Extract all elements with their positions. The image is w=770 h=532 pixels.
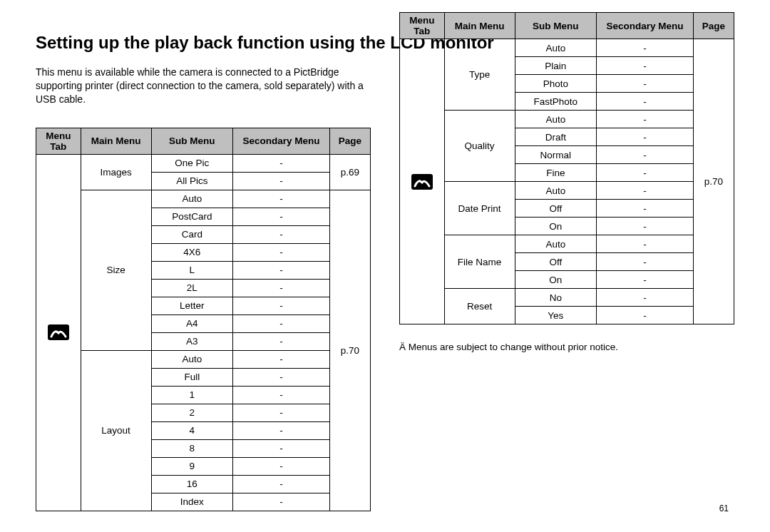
th-page: Page bbox=[693, 13, 734, 39]
cell-sec: - bbox=[597, 146, 693, 164]
cell-sec: - bbox=[233, 225, 329, 243]
cell-sec: - bbox=[597, 57, 693, 75]
cell-sub: Draft bbox=[515, 128, 597, 146]
cell-sub: 9 bbox=[151, 457, 233, 475]
pictbridge-icon bbox=[411, 174, 433, 190]
cell-main: File Name bbox=[444, 235, 515, 289]
cell-sec: - bbox=[233, 208, 329, 225]
cell-sub: Letter bbox=[151, 297, 233, 314]
cell-sec: - bbox=[597, 39, 693, 57]
cell-sec: - bbox=[597, 128, 693, 146]
cell-sub: 8 bbox=[151, 439, 233, 457]
cell-sec: - bbox=[233, 350, 329, 368]
cell-sub: 16 bbox=[151, 475, 233, 493]
cell-sec: - bbox=[233, 154, 329, 172]
th-main-menu: Main Menu bbox=[81, 128, 151, 154]
right-column: Menu Tab Main Menu Sub Menu Secondary Me… bbox=[399, 12, 734, 352]
th-menu-tab: Menu Tab bbox=[400, 13, 445, 39]
cell-sec: - bbox=[597, 253, 693, 271]
cell-main: Reset bbox=[444, 289, 515, 324]
cell-sec: - bbox=[597, 307, 693, 324]
cell-sub: No bbox=[515, 289, 597, 307]
pictbridge-icon-cell bbox=[400, 39, 445, 324]
cell-sub: On bbox=[515, 218, 597, 235]
cell-sub: Auto bbox=[515, 182, 597, 200]
page-number: 61 bbox=[719, 503, 729, 513]
cell-sub: Off bbox=[515, 200, 597, 218]
cell-sec: - bbox=[233, 261, 329, 279]
cell-sec: - bbox=[233, 332, 329, 350]
cell-sec: - bbox=[233, 421, 329, 439]
cell-sub: 1 bbox=[151, 386, 233, 404]
cell-sec: - bbox=[597, 235, 693, 253]
cell-sub: Card bbox=[151, 225, 233, 243]
cell-sec: - bbox=[597, 75, 693, 93]
cell-sub: On bbox=[515, 271, 597, 289]
left-column: This menu is available while the camera … bbox=[36, 66, 371, 511]
cell-sub: L bbox=[151, 261, 233, 279]
cell-sec: - bbox=[233, 190, 329, 208]
cell-sec: - bbox=[597, 111, 693, 128]
cell-sec: - bbox=[597, 200, 693, 218]
cell-sub: Index bbox=[151, 493, 233, 511]
pictbridge-icon-cell bbox=[36, 154, 81, 511]
cell-sub: 2L bbox=[151, 279, 233, 297]
cell-sub: 2 bbox=[151, 404, 233, 421]
cell-sub: Full bbox=[151, 368, 233, 386]
cell-main: Images bbox=[81, 154, 151, 190]
cell-sec: - bbox=[233, 493, 329, 511]
cell-sec: - bbox=[233, 172, 329, 190]
cell-sec: - bbox=[233, 297, 329, 314]
cell-sec: - bbox=[597, 218, 693, 235]
cell-sub: 4X6 bbox=[151, 243, 233, 261]
th-main-menu: Main Menu bbox=[444, 13, 515, 39]
cell-sec: - bbox=[597, 271, 693, 289]
cell-sec: - bbox=[233, 314, 329, 332]
cell-sec: - bbox=[233, 386, 329, 404]
cell-sub: 4 bbox=[151, 421, 233, 439]
cell-main: Type bbox=[444, 39, 515, 111]
footnote: Ä Menus are subject to change without pr… bbox=[399, 342, 734, 352]
cell-sub: Fine bbox=[515, 164, 597, 182]
cell-sec: - bbox=[233, 439, 329, 457]
cell-sub: PostCard bbox=[151, 208, 233, 225]
cell-main: Layout bbox=[81, 350, 151, 511]
cell-sec: - bbox=[233, 404, 329, 421]
cell-sub: All Pics bbox=[151, 172, 233, 190]
cell-sec: - bbox=[233, 475, 329, 493]
cell-sub: Off bbox=[515, 253, 597, 271]
cell-sec: - bbox=[597, 164, 693, 182]
cell-sub: Auto bbox=[151, 350, 233, 368]
menu-table-2: Menu Tab Main Menu Sub Menu Secondary Me… bbox=[399, 12, 734, 324]
cell-sub: Auto bbox=[515, 235, 597, 253]
cell-page: p.70 bbox=[329, 190, 370, 511]
cell-main: Quality bbox=[444, 111, 515, 182]
intro-text: This menu is available while the camera … bbox=[36, 66, 371, 106]
th-secondary-menu: Secondary Menu bbox=[597, 13, 693, 39]
cell-sec: - bbox=[233, 457, 329, 475]
cell-main: Size bbox=[81, 190, 151, 350]
cell-sub: FastPhoto bbox=[515, 93, 597, 111]
pictbridge-icon bbox=[48, 324, 69, 340]
th-secondary-menu: Secondary Menu bbox=[233, 128, 329, 154]
cell-sub: A4 bbox=[151, 314, 233, 332]
cell-sub: One Pic bbox=[151, 154, 233, 172]
cell-sub: Yes bbox=[515, 307, 597, 324]
cell-sub: Auto bbox=[515, 39, 597, 57]
cell-sub: Normal bbox=[515, 146, 597, 164]
cell-sec: - bbox=[233, 279, 329, 297]
cell-page: p.69 bbox=[329, 154, 370, 190]
cell-sec: - bbox=[233, 368, 329, 386]
cell-sec: - bbox=[597, 289, 693, 307]
cell-page: p.70 bbox=[693, 39, 734, 324]
th-sub-menu: Sub Menu bbox=[151, 128, 233, 154]
cell-sub: Plain bbox=[515, 57, 597, 75]
cell-sec: - bbox=[597, 93, 693, 111]
cell-sub: A3 bbox=[151, 332, 233, 350]
cell-sec: - bbox=[233, 243, 329, 261]
cell-sub: Auto bbox=[151, 190, 233, 208]
cell-sub: Auto bbox=[515, 111, 597, 128]
th-sub-menu: Sub Menu bbox=[515, 13, 597, 39]
th-menu-tab: Menu Tab bbox=[36, 128, 81, 154]
menu-table-1: Menu Tab Main Menu Sub Menu Secondary Me… bbox=[36, 128, 371, 511]
